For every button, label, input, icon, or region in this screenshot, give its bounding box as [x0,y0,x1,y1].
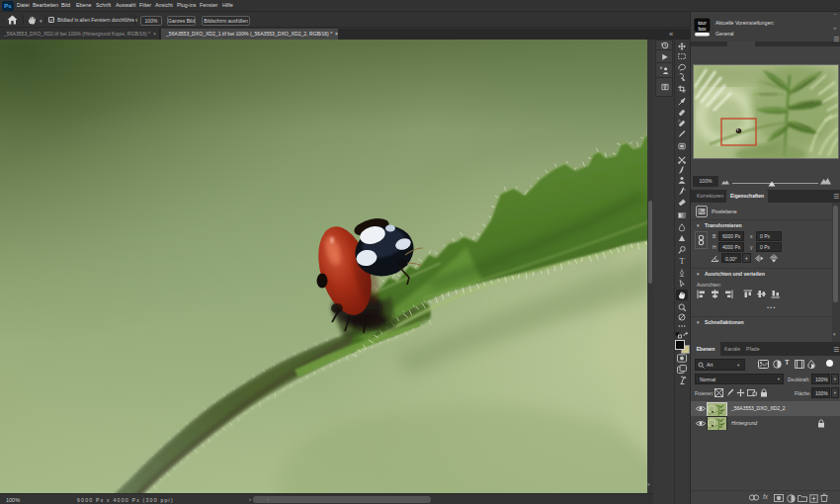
svg-text:box: box [698,26,707,32]
svg-text:T: T [679,257,685,265]
